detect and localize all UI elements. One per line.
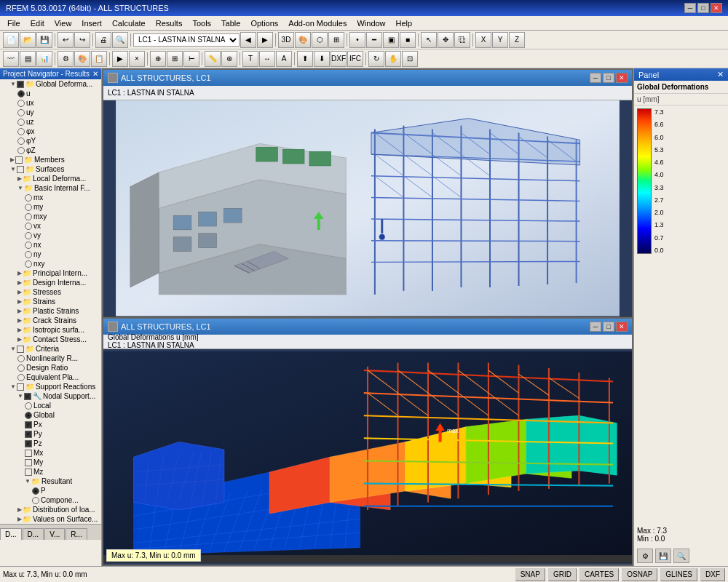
tree-component[interactable]: Compone... [0, 495, 101, 505]
viewport-top-minimize[interactable]: ─ [590, 73, 601, 83]
menu-file[interactable]: File [3, 17, 25, 29]
check-pz[interactable]: ✓ [25, 440, 32, 447]
menu-window[interactable]: Window [352, 17, 389, 29]
tb-wire[interactable]: ⬡ [312, 32, 328, 48]
radio-ux[interactable] [17, 100, 25, 107]
radio-vy[interactable] [25, 232, 32, 239]
viewport-top-close[interactable]: ✕ [616, 73, 628, 83]
tree-local[interactable]: Local [0, 401, 101, 410]
tree-phiy[interactable]: φY [0, 136, 101, 146]
tb-dxf2[interactable]: DXF [331, 51, 347, 67]
tb-color[interactable]: 🎨 [74, 51, 90, 67]
tree-global-deformation[interactable]: ▼ ✓ 📁 Global Deforma... [0, 79, 101, 89]
tree-distrib[interactable]: ▶ 📁 Distribution of loa... [0, 505, 101, 514]
viewport-bottom-close[interactable]: ✕ [616, 322, 628, 332]
tree-principal[interactable]: ▶ 📁 Principal Intern... [0, 268, 101, 278]
tree-py[interactable]: ✓ Py [0, 429, 101, 439]
tb-3d[interactable]: 3D [278, 32, 294, 48]
tree-design-ratio[interactable]: Design Ratio [0, 363, 101, 372]
tree-local-deform[interactable]: ▶ 📁 Local Deforma... [0, 174, 101, 183]
check-nodal[interactable]: ✓ [24, 393, 31, 400]
tb-select[interactable]: ↖ [421, 32, 437, 48]
tb-snap[interactable]: ⊕ [150, 51, 166, 67]
tb-next[interactable]: ▶ [257, 32, 273, 48]
menu-tools[interactable]: Tools [188, 17, 215, 29]
viewport-top-canvas[interactable] [103, 100, 632, 316]
tb-save[interactable]: 💾 [36, 32, 52, 48]
tree-basic-internal[interactable]: ▼ 📁 Basic Internal F... [0, 183, 101, 193]
tb-ortho[interactable]: ⊢ [183, 51, 199, 67]
maximize-button[interactable]: □ [697, 3, 709, 13]
tb-undo[interactable]: ↩ [58, 32, 74, 48]
tab-r[interactable]: R... [66, 528, 87, 540]
tb-prev[interactable]: ◀ [240, 32, 256, 48]
tree-myr[interactable]: My [0, 458, 101, 467]
check-px[interactable]: ✓ [25, 421, 32, 428]
menu-table[interactable]: Table [217, 17, 245, 29]
snap-btn[interactable]: SNAP [515, 568, 545, 581]
tree-vx[interactable]: vx [0, 221, 101, 231]
panel-close-btn[interactable]: ✕ [717, 70, 724, 79]
minimize-button[interactable]: ─ [684, 3, 696, 13]
tb-surface[interactable]: ▣ [383, 32, 399, 48]
tree-plastic-strains[interactable]: ▶ 📁 Plastic Strains [0, 306, 101, 316]
tree-support-reactions[interactable]: ▼ 📁 Support Reactions [0, 382, 101, 391]
radio-mx[interactable] [25, 194, 32, 202]
radio-nxy[interactable] [25, 260, 32, 268]
tb-factor[interactable]: × [129, 51, 145, 67]
tb-dim[interactable]: ↔ [259, 51, 275, 67]
check-global-deform[interactable]: ✓ [17, 81, 24, 88]
tb-node[interactable]: • [349, 32, 365, 48]
tb-redo[interactable]: ↪ [74, 32, 90, 48]
check-members[interactable] [15, 156, 23, 164]
panel-settings-btn[interactable]: ⚙ [637, 549, 653, 563]
tree-surfaces[interactable]: ▼ 📁 Surfaces [0, 164, 101, 174]
tree-contact[interactable]: ▶ 📁 Contact Stress... [0, 335, 101, 344]
osnap-btn[interactable]: OSNAP [622, 568, 657, 581]
tb-text[interactable]: T [242, 51, 258, 67]
menu-addon[interactable]: Add-on Modules [284, 17, 351, 29]
tab-v[interactable]: V... [44, 528, 65, 540]
radio-uy[interactable] [17, 109, 25, 116]
menu-edit[interactable]: Edit [26, 17, 49, 29]
menu-help[interactable]: Help [392, 17, 417, 29]
tb-grid2[interactable]: ⊞ [167, 51, 183, 67]
tree-members[interactable]: ▶ 📁 Members [0, 155, 101, 164]
radio-mxy[interactable] [25, 213, 32, 220]
tb-zoom[interactable]: 🔍 [112, 32, 128, 48]
tb-print[interactable]: 🖨 [95, 32, 111, 48]
radio-uz[interactable] [17, 119, 25, 126]
tb-render[interactable]: 🎨 [295, 32, 311, 48]
check-mzr[interactable] [25, 469, 32, 476]
tree-mx[interactable]: mx [0, 193, 101, 202]
tree-crack-strains[interactable]: ▶ 📁 Crack Strains [0, 316, 101, 325]
tb-deform[interactable]: 〰 [3, 51, 19, 67]
cartes-btn[interactable]: CARTES [579, 568, 619, 581]
menu-options[interactable]: Options [246, 17, 282, 29]
tree-mxr[interactable]: Mx [0, 448, 101, 458]
tb-yview[interactable]: Y [492, 32, 508, 48]
radio-my[interactable] [25, 204, 32, 211]
dxf-btn[interactable]: DXF [700, 568, 725, 581]
tb-move[interactable]: ✥ [438, 32, 454, 48]
tree-p[interactable]: ● P [0, 486, 101, 495]
tb-open[interactable]: 📂 [20, 32, 36, 48]
tb-fit[interactable]: ⊡ [402, 51, 418, 67]
check-surfaces[interactable] [17, 166, 24, 173]
tab-d2[interactable]: D... [23, 528, 44, 540]
tree-pz[interactable]: ✓ Pz [0, 439, 101, 448]
tree-ny[interactable]: ny [0, 250, 101, 259]
lc-combo[interactable]: LC1 - LASTNA IN STALNA [133, 33, 240, 47]
tree-values-surface[interactable]: ▶ 📁 Values on Surface... [0, 514, 101, 524]
menu-insert[interactable]: Insert [77, 17, 106, 29]
grid-btn[interactable]: GRID [548, 568, 577, 581]
panel-zoom-btn[interactable]: 🔍 [673, 549, 689, 563]
tree-phix[interactable]: φx [0, 127, 101, 136]
radio-equivalent[interactable] [17, 374, 25, 381]
radio-nonlinearity[interactable] [17, 355, 25, 362]
radio-nx[interactable] [25, 242, 32, 249]
tree-nodal-support[interactable]: ▼ ✓ 🔧 Nodal Support... [0, 391, 101, 401]
tb-measure[interactable]: 📏 [205, 51, 221, 67]
tb-iso[interactable]: ⊞ [328, 32, 344, 48]
tree-nx[interactable]: nx [0, 240, 101, 250]
